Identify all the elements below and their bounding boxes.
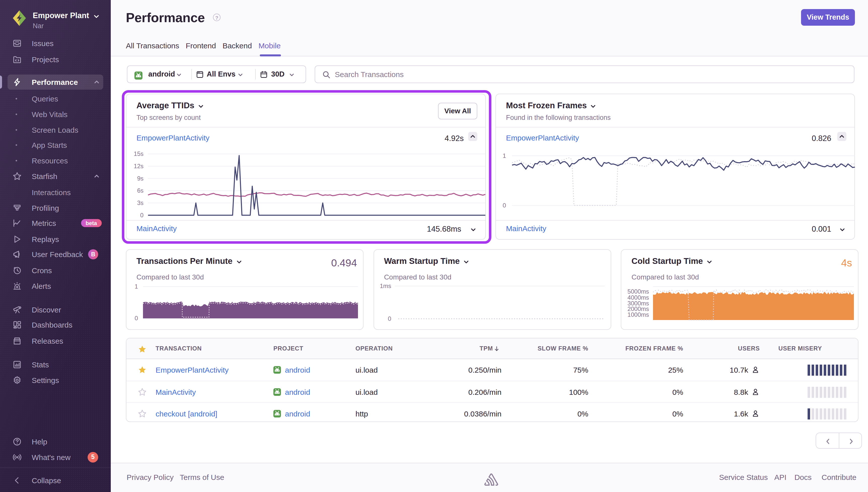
svg-text:5000ms: 5000ms — [628, 288, 649, 295]
svg-text:1000ms: 1000ms — [628, 311, 649, 318]
svg-text:0: 0 — [503, 202, 506, 209]
svg-text:1: 1 — [135, 283, 138, 290]
svg-text:0: 0 — [135, 315, 138, 322]
svg-text:0: 0 — [388, 315, 391, 322]
svg-text:1ms: 1ms — [380, 282, 391, 289]
svg-text:1: 1 — [503, 152, 506, 159]
